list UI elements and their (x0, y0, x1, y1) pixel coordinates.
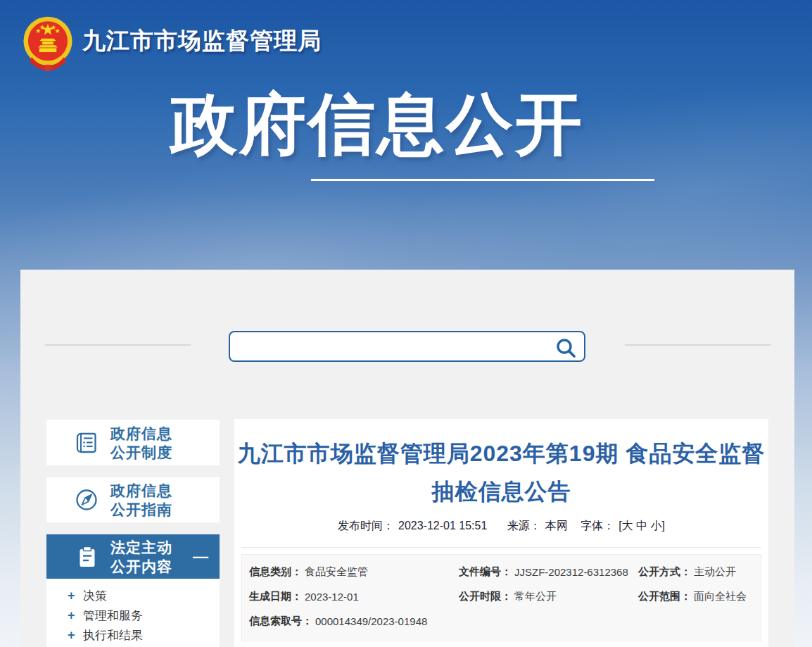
compass-icon (74, 487, 99, 513)
search-input[interactable] (239, 334, 548, 359)
submenu-item-management-service[interactable]: + 管理和服务 (46, 605, 220, 625)
sidebar-submenu: + 决策 + 管理和服务 + 执行和结果 (46, 579, 220, 647)
meta-value: 主动公开 (694, 565, 736, 579)
national-emblem-icon (23, 15, 73, 75)
meta-generation-date: 生成日期： 2023-12-01 (242, 584, 452, 609)
meta-label: 信息索取号： (249, 615, 312, 628)
meta-disclosure-scope: 公开范围： 面向全社会 (631, 584, 761, 609)
divider (625, 344, 770, 346)
meta-value: 面向全社会 (694, 590, 747, 603)
source-value: 本网 (545, 520, 568, 532)
article-meta-table: 信息类别： 食品安全监管 文件编号： JJSZF-202312-6312368 … (241, 554, 761, 641)
article-title: 九江市市场监督管理局2023年第19期 食品安全监督 抽检信息公告 (234, 419, 768, 510)
article-title-line-1: 九江市市场监督管理局2023年第19期 食品安全监督 (238, 441, 766, 466)
meta-value: 常年公开 (514, 590, 557, 603)
publish-time-label: 发布时间： (338, 520, 394, 532)
article-card: 九江市市场监督管理局2023年第19期 食品安全监督 抽检信息公告 发布时间：2… (234, 419, 768, 647)
site-title: 九江市市场监督管理局 (82, 25, 322, 57)
meta-value: 2023-12-01 (305, 591, 359, 603)
sidebar-item-label: 政府信息 公开指南 (110, 481, 172, 519)
sidebar-item-label: 法定主动 公开内容 (110, 538, 172, 576)
label-line-1: 政府信息 (110, 482, 172, 498)
divider (241, 547, 761, 548)
meta-label: 公开范围： (638, 590, 691, 603)
label-line-1: 法定主动 (110, 539, 172, 555)
meta-document-number: 文件编号： JJSZF-202312-6312368 (452, 560, 631, 584)
article-title-line-2: 抽检信息公告 (432, 479, 571, 504)
submenu-item-decision[interactable]: + 决策 (46, 586, 220, 605)
meta-index-number: 信息索取号： 000014349/2023-01948 (242, 609, 452, 634)
page-title: 政府信息公开 (0, 82, 754, 166)
publish-info: 发布时间：2023-12-01 15:51 来源：本网 字体：[大 中 小] (234, 519, 768, 533)
divider (45, 344, 191, 346)
plus-icon[interactable]: + (68, 608, 83, 623)
source-label: 来源： (507, 520, 541, 532)
label-line-2: 公开指南 (110, 501, 172, 517)
title-underline (311, 179, 654, 181)
meta-info-category: 信息类别： 食品安全监管 (242, 560, 452, 584)
page: 九江市市场监督管理局 政府信息公开 (0, 0, 812, 647)
submenu-item-label: 管理和服务 (83, 608, 143, 624)
label-line-2: 公开制度 (110, 444, 172, 460)
search-icon[interactable] (554, 337, 577, 359)
book-icon (74, 430, 99, 456)
submenu-item-label: 决策 (83, 588, 107, 604)
font-size-label: 字体： (581, 520, 614, 532)
meta-value: 食品安全监管 (305, 565, 368, 579)
meta-value: JJSZF-202312-6312368 (514, 566, 628, 578)
meta-label: 公开方式： (638, 565, 691, 579)
meta-label: 生成日期： (249, 590, 302, 603)
plus-icon[interactable]: + (68, 589, 83, 603)
submenu-item-label: 执行和结果 (83, 627, 143, 643)
sidebar: 政府信息 公开制度 政府信息 公开指南 (46, 420, 220, 647)
meta-label: 文件编号： (459, 565, 512, 579)
clipboard-icon (74, 544, 99, 570)
meta-label: 信息类别： (249, 565, 302, 579)
meta-label: 公开时限： (459, 590, 512, 603)
meta-disclosure-period: 公开时限： 常年公开 (452, 584, 631, 609)
meta-disclosure-method: 公开方式： 主动公开 (631, 560, 761, 584)
content-panel: 政府信息 公开制度 政府信息 公开指南 (20, 270, 794, 647)
sidebar-item-disclosure-institution[interactable]: 政府信息 公开制度 (46, 420, 220, 465)
sidebar-item-label: 政府信息 公开制度 (110, 424, 172, 462)
minus-icon[interactable]: — (193, 548, 208, 566)
sidebar-item-disclosure-guide[interactable]: 政府信息 公开指南 (46, 477, 220, 522)
plus-icon[interactable]: + (68, 628, 83, 643)
publish-time: 2023-12-01 15:51 (398, 520, 487, 532)
meta-value: 000014349/2023-01948 (315, 615, 427, 627)
sidebar-item-statutory-disclosure[interactable]: 法定主动 公开内容 — (46, 534, 220, 579)
submenu-item-execution-result[interactable]: + 执行和结果 (46, 625, 220, 645)
label-line-2: 公开内容 (110, 558, 172, 574)
font-size-options[interactable]: [大 中 小] (618, 520, 665, 532)
search-box[interactable] (229, 331, 585, 362)
label-line-1: 政府信息 (110, 425, 172, 441)
